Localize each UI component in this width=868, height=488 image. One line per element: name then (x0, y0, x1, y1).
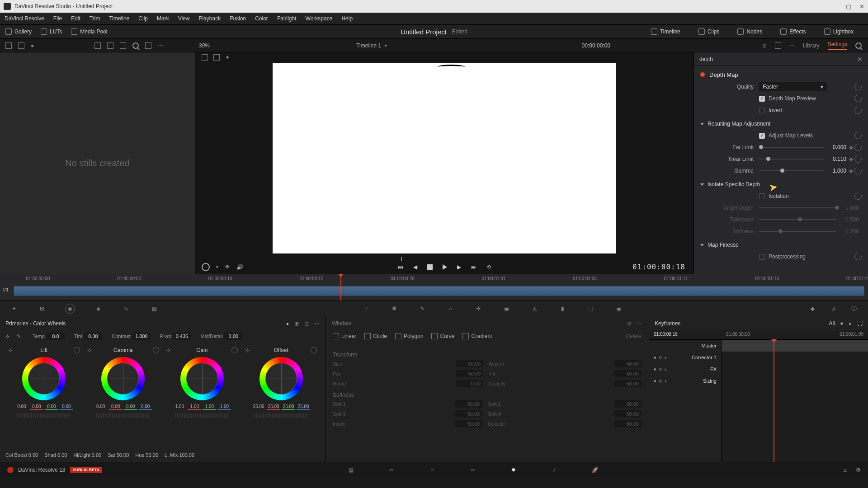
isolate-toggle[interactable] (700, 183, 704, 186)
menu-clip[interactable]: Clip (138, 15, 148, 22)
log-tool-icon[interactable]: ∿ (121, 304, 131, 314)
keyframes-all[interactable]: All (829, 320, 835, 327)
options-icon[interactable] (145, 42, 151, 49)
nodes-button[interactable]: Nodes (737, 28, 762, 35)
gamma-slider[interactable] (759, 170, 824, 171)
home-icon[interactable]: ⌂ (844, 467, 847, 473)
bypass-icon[interactable]: ⊘ (762, 42, 767, 49)
wheels-mode-dots[interactable]: ● (286, 321, 289, 326)
node-loop-icon[interactable] (202, 263, 210, 271)
viewer-mode-2[interactable] (213, 54, 220, 61)
menu-davinci-resolve[interactable]: DaVinci Resolve (5, 15, 44, 22)
keyframe-mode-icon[interactable]: ◆ (807, 304, 817, 314)
expand-icon[interactable] (775, 42, 781, 49)
menu-help[interactable]: Help (341, 15, 353, 22)
far-limit-reset[interactable] (853, 142, 863, 152)
wheels-mode-bars[interactable]: ⊞ (294, 320, 299, 327)
cut-page-icon[interactable]: ✂ (387, 465, 396, 474)
gamma-master[interactable] (96, 413, 150, 418)
deliver-page-icon[interactable]: 🚀 (590, 465, 599, 474)
wheels-tool-icon[interactable]: ◉ (65, 304, 75, 314)
window-linear[interactable]: Linear (333, 333, 356, 339)
menu-view[interactable]: View (178, 15, 190, 22)
timeline-name[interactable]: Timeline 1 (356, 42, 381, 49)
isolation-checkbox[interactable] (759, 193, 765, 199)
lift-wheel[interactable] (22, 357, 66, 400)
media-pool-button[interactable]: Media Pool (71, 28, 107, 35)
menu-playback[interactable]: Playback (198, 15, 221, 22)
qualifier-tool-icon[interactable]: ⊞ (37, 304, 47, 314)
library-tab[interactable]: Library (803, 42, 820, 49)
tracking-icon[interactable]: ✢ (473, 304, 483, 314)
gallery-tool-2[interactable] (18, 42, 24, 49)
preview-checkbox[interactable]: ✓ (759, 96, 765, 102)
preview-reset[interactable] (853, 94, 863, 103)
lift-master[interactable] (17, 413, 71, 418)
quality-reset[interactable] (853, 82, 863, 92)
invert-reset[interactable] (853, 105, 863, 115)
menu-file[interactable]: File (53, 15, 62, 22)
fusion-page-icon[interactable]: ∞ (468, 465, 477, 474)
viewer-output[interactable] (273, 63, 616, 253)
gamma-value[interactable]: 1.000 (824, 168, 849, 174)
keyframe-playhead[interactable] (774, 340, 774, 462)
finesse-toggle[interactable] (700, 244, 704, 246)
menu-fairlight[interactable]: Fairlight (277, 15, 297, 22)
edit-page-icon[interactable]: ≡ (428, 465, 437, 474)
magic-icon[interactable]: ▣ (501, 304, 511, 314)
grid-view-icon[interactable] (107, 42, 113, 49)
mini-timeline[interactable]: 01:00:00:0001:00:00:0501:00:00:1001:00:0… (0, 274, 868, 300)
window-icon[interactable]: ○ (445, 304, 455, 314)
menu-mark[interactable]: Mark (157, 15, 169, 22)
gamma-reset[interactable] (853, 166, 863, 176)
video-clip[interactable] (14, 286, 864, 296)
invert-checkbox[interactable] (759, 108, 765, 113)
near-limit-keyframe[interactable]: ◆ (849, 156, 854, 162)
keyframes-expand[interactable]: ⛶ (857, 320, 863, 327)
menu-fusion[interactable]: Fusion (230, 15, 246, 22)
timeline-button[interactable]: Timeline (651, 28, 680, 35)
quality-select[interactable]: Faster▾ (759, 82, 827, 91)
minimize-button[interactable]: — (832, 3, 838, 10)
eye-icon[interactable]: 👁 (225, 264, 230, 270)
timeline-playhead[interactable] (340, 274, 341, 300)
loop-button[interactable]: ⟲ (486, 264, 491, 270)
offset-wheel[interactable] (259, 357, 303, 400)
3d-icon[interactable]: ▣ (613, 304, 623, 314)
gain-wheel[interactable] (180, 357, 224, 400)
wheels-mode-log[interactable]: ⊡ (304, 320, 309, 327)
menu-edit[interactable]: Edit (71, 15, 80, 22)
postproc-reset[interactable] (853, 252, 863, 262)
viewer-tc[interactable]: 00:00:00:00 (582, 42, 610, 49)
list-view-icon[interactable] (120, 42, 126, 49)
project-settings-icon[interactable]: ⚙ (856, 467, 861, 473)
curves-icon[interactable]: ⟋ (361, 304, 371, 314)
blur-icon[interactable]: ◬ (529, 304, 539, 314)
settings-tab[interactable]: Settings (828, 41, 847, 50)
fx-search-input[interactable] (699, 56, 857, 62)
window-gradient[interactable]: Gradient (462, 333, 492, 339)
menu-color[interactable]: Color (255, 15, 268, 22)
play-button[interactable] (443, 264, 447, 270)
effects-button[interactable]: Effects (780, 28, 806, 35)
viewer-scrubber[interactable] (204, 253, 684, 260)
viewer-zoom[interactable]: 39% (199, 42, 210, 49)
first-frame-button[interactable]: ⏮ (398, 264, 403, 270)
speaker-icon[interactable]: 🔊 (236, 264, 243, 270)
gallery-dot[interactable]: ● (31, 42, 34, 49)
clips-button[interactable]: Clips (698, 28, 720, 35)
kf-row-sizing[interactable]: ◇›Sizing (649, 375, 721, 387)
info-icon[interactable]: ⓘ (849, 304, 859, 314)
color-page-icon[interactable]: ✸ (509, 465, 518, 474)
gamma-keyframe[interactable]: ◆ (849, 168, 854, 174)
postproc-checkbox[interactable] (759, 254, 765, 260)
fx-search-icon[interactable] (855, 42, 862, 49)
fx-enable-dot[interactable] (700, 72, 705, 77)
sort-icon[interactable] (94, 42, 101, 49)
warper-icon[interactable]: ✱ (389, 304, 399, 314)
map-adjust-toggle[interactable] (700, 123, 704, 125)
menu-trim[interactable]: Trim (90, 15, 100, 22)
near-limit-slider[interactable] (759, 159, 824, 160)
lightbox-button[interactable]: Lightbox (824, 28, 854, 35)
scopes-icon[interactable]: ⊿ (828, 304, 838, 314)
